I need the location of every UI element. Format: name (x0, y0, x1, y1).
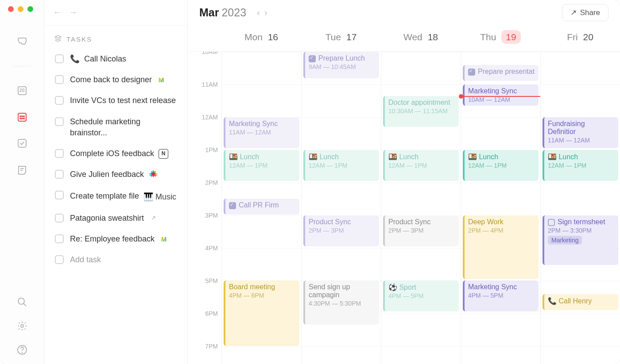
svg-point-6 (22, 118, 23, 119)
task-item[interactable]: Give Julien feedback ✱ (52, 165, 179, 184)
calendar-event[interactable]: 📞 Call Henry (542, 294, 618, 310)
add-task-label: Add task (70, 254, 101, 265)
calendar-event[interactable]: Call PR Firm (224, 199, 299, 215)
calendar-event[interactable]: 🍱 Lunch12AM — 1PM (463, 150, 539, 181)
slack-icon: ✱ (148, 170, 158, 180)
task-label: Re: Employee feedback M (70, 234, 169, 245)
share-icon: ↗ (570, 8, 577, 17)
event-done-checkbox[interactable] (309, 55, 316, 62)
gear-icon[interactable] (17, 321, 27, 331)
tasks-header-label: TASKS (66, 35, 92, 43)
hour-label: 4PM (188, 245, 218, 277)
svg-point-9 (18, 298, 24, 304)
share-button[interactable]: ↗ Share (562, 4, 608, 21)
task-checkbox[interactable] (55, 149, 64, 158)
calendar-event[interactable]: 🍱 Lunch12AM — 1PM (542, 150, 618, 181)
day-column[interactable]: Prepare Lunch9AM — 10:45AM🍱 Lunch12AM — … (301, 52, 381, 364)
task-label: Schedule marketing brainstor... (70, 116, 177, 138)
calendar-event[interactable]: 🍱 Lunch12AM — 1PM (303, 150, 379, 181)
task-item[interactable]: Schedule marketing brainstor... (52, 113, 179, 142)
task-checkbox[interactable] (55, 234, 64, 243)
task-checkbox[interactable] (55, 96, 64, 105)
today-icon[interactable]: 20 (17, 85, 27, 96)
event-done-checkbox[interactable] (229, 202, 236, 209)
calendar-event[interactable]: Send sign up campagin4:30PM — 5:30PM (303, 280, 379, 325)
today-number: 20 (19, 88, 24, 93)
share-label: Share (580, 8, 600, 17)
svg-point-3 (22, 116, 23, 117)
task-checkbox[interactable] (55, 214, 64, 222)
day-column[interactable]: Fundraising Definitior11AM — 12AM🍱 Lunch… (540, 52, 620, 364)
hour-label: 6PM (188, 310, 218, 343)
calendar-event[interactable]: Prepare Lunch9AM — 10:45AM (303, 52, 379, 78)
task-item[interactable]: Patagonia sweatshirt ↗ (52, 209, 179, 227)
calendar-event[interactable]: Marketing Sync11AM — 12AM (224, 117, 299, 148)
calendar-event[interactable]: Doctor appointment10:30AM — 11:15AM (383, 96, 459, 127)
calendar-event[interactable]: Prepare presentat (463, 65, 539, 81)
task-item[interactable]: Invite VCs to test next release (52, 92, 179, 110)
day-column[interactable]: Marketing Sync11AM — 12AM🍱 Lunch12AM — 1… (221, 52, 301, 364)
calendar-event[interactable]: 🍱 Lunch12AM — 1PM (383, 150, 459, 181)
calendar-event[interactable]: Product Sync2PM — 3PM (383, 215, 459, 246)
task-item[interactable]: Re: Employee feedback M (52, 230, 179, 248)
left-rail: 20 (0, 0, 44, 364)
task-item[interactable]: 📞 Call Nicolas (52, 50, 179, 68)
day-header[interactable]: Tue 17 (301, 26, 381, 51)
current-time-line (461, 96, 540, 97)
forward-arrow[interactable]: → (69, 8, 77, 17)
help-icon[interactable] (17, 345, 27, 355)
task-item[interactable]: Complete iOS feedback N (52, 145, 179, 163)
event-checkbox[interactable] (548, 219, 555, 226)
calendar-event[interactable]: Marketing Sync4PM — 5PM (463, 280, 539, 311)
day-header[interactable]: Wed 18 (381, 26, 461, 51)
task-item[interactable]: Create template file🎹 Music (52, 186, 179, 206)
calendar-event[interactable]: Deep Work2PM — 4PM (463, 215, 539, 279)
search-icon[interactable] (17, 297, 27, 307)
add-task[interactable]: Add task (52, 251, 179, 269)
event-done-checkbox[interactable] (468, 69, 475, 76)
task-checkbox[interactable] (55, 191, 64, 199)
svg-point-7 (23, 118, 24, 119)
task-checkbox[interactable] (55, 255, 64, 264)
calendar-grid-icon[interactable] (17, 111, 27, 122)
minimize-window[interactable] (18, 6, 23, 12)
calendar-event[interactable]: Marketing Sync10AM — 12AM (463, 84, 539, 106)
time-column: 10AM11AM12AM1PM2PM3PM4PM5PM6PM7PM (188, 52, 221, 364)
calendar-event[interactable]: ⚽ Sport4PM — 5PM (383, 280, 459, 311)
calendar-event[interactable]: 🍱 Lunch12AM — 1PM (224, 150, 299, 181)
task-checkbox[interactable] (55, 54, 64, 63)
stack-icon (54, 34, 62, 44)
hour-label: 5PM (188, 277, 218, 310)
maximize-window[interactable] (27, 6, 33, 12)
divider (13, 66, 31, 66)
notes-icon[interactable] (17, 165, 27, 175)
day-column[interactable]: Doctor appointment10:30AM — 11:15AM🍱 Lun… (381, 52, 461, 364)
task-item[interactable]: Come back to designer M (52, 71, 179, 89)
hour-label: 10AM (188, 52, 218, 81)
day-column[interactable]: Prepare presentatMarketing Sync10AM — 12… (461, 52, 540, 364)
calendar-event[interactable]: Product Sync2PM — 3PM (303, 215, 379, 246)
next-month[interactable]: › (264, 8, 267, 18)
hour-label: 3PM (188, 212, 218, 245)
hour-label: 1PM (188, 146, 218, 179)
close-window[interactable] (8, 6, 14, 12)
svg-point-12 (22, 353, 22, 353)
checkbox-icon[interactable] (17, 138, 27, 149)
calendar-event[interactable]: Board meeting4PM — 6PM (224, 280, 299, 346)
svg-point-5 (20, 118, 21, 119)
hour-label: 7PM (188, 343, 218, 364)
day-header[interactable]: Fri 20 (540, 26, 620, 51)
day-header[interactable]: Mon 16 (221, 26, 301, 51)
calendar-event[interactable]: Fundraising Definitior11AM — 12AM (542, 117, 618, 148)
inbox-icon[interactable] (17, 37, 27, 47)
prev-month[interactable]: ‹ (257, 8, 260, 18)
gmail-icon: M (159, 234, 169, 244)
calendar-event[interactable]: Sign termsheet2PM — 3:30PMMarketing (542, 215, 618, 265)
task-checkbox[interactable] (55, 117, 64, 126)
back-arrow[interactable]: ← (53, 8, 61, 17)
task-checkbox[interactable] (55, 170, 64, 179)
calendar-grid: Marketing Sync11AM — 12AM🍱 Lunch12AM — 1… (221, 52, 620, 364)
day-header[interactable]: Thu 19 (461, 26, 540, 51)
tasks-sidebar: ← → TASKS 📞 Call NicolasCome back to des… (44, 0, 188, 364)
task-checkbox[interactable] (55, 75, 64, 84)
